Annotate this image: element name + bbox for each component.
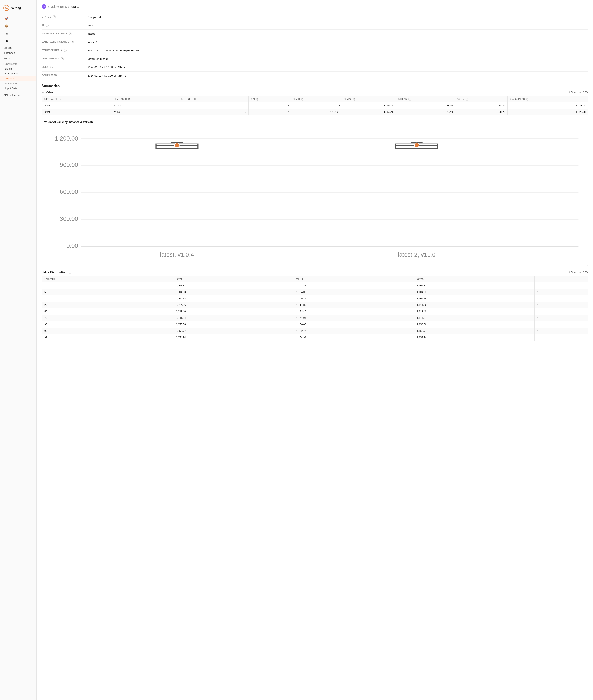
dist-cell-percentile: 5 (42, 289, 173, 295)
cell-mean: 1,128.40 (396, 109, 455, 115)
detail-row-end-criteria: END CRITERIA ? Maximum runs 2 (42, 55, 588, 63)
dist-cell-latest2: 1,128.40 (414, 308, 535, 315)
dist-col-last (535, 276, 588, 282)
sidebar-icon-rocket[interactable]: 🚀 (3, 15, 10, 22)
candidate-value: latest-2 (87, 38, 588, 46)
experiments-section-header: Experiments (0, 61, 36, 66)
dist-cell-latest2: 1,106.74 (414, 295, 535, 302)
id-value: test-1 (87, 21, 588, 30)
dist-cell-v104: 1,104.03 (294, 289, 414, 295)
dist-cell-latest2: 1,141.94 (414, 315, 535, 321)
summaries-title: Summaries (42, 84, 588, 88)
geo-mean-help-icon[interactable]: ? (526, 98, 529, 101)
status-help-icon[interactable]: ? (53, 15, 55, 19)
distribution-table-row: 75 1,141.94 1,141.94 1,141.94 1 (42, 315, 588, 321)
dist-cell-last: 1 (535, 302, 588, 308)
cell-max: 1,155.48 (342, 109, 396, 115)
sort-icon: ⇅ (510, 98, 511, 100)
sidebar-item-batch[interactable]: Batch (0, 66, 36, 71)
dist-cell-latest: 1,128.40 (173, 308, 293, 315)
cell-instance-id: latest-2 (42, 109, 112, 115)
sidebar-item-shadow[interactable]: Shadow (0, 76, 36, 81)
baseline-label: BASELINE INSTANCE ? (42, 30, 87, 38)
dist-col-v104: v1.0.4 (294, 276, 414, 282)
box-plot-title: Box Plot of Value by Instance & Version (42, 120, 588, 123)
sidebar-item-api-reference[interactable]: API Reference (0, 93, 36, 98)
dist-cell-percentile: 75 (42, 315, 173, 321)
sidebar-item-input-sets[interactable]: Input Sets (0, 86, 36, 91)
id-help-icon[interactable]: ? (46, 24, 49, 27)
value-toggle-arrow[interactable]: ▼ (42, 91, 44, 94)
max-help-icon[interactable]: ? (353, 98, 356, 101)
col-mean[interactable]: ⇅ MEAN ? (396, 96, 455, 103)
dist-cell-v104: 1,150.06 (294, 321, 414, 328)
value-title: ▼ Value (42, 91, 53, 94)
n-help-icon[interactable]: ? (256, 98, 259, 101)
cell-mean: 1,128.40 (396, 103, 455, 109)
std-help-icon[interactable]: ? (466, 98, 469, 101)
min-help-icon[interactable]: ? (301, 98, 304, 101)
cell-std: 38.29 (455, 109, 508, 115)
dist-cell-percentile: 90 (42, 321, 173, 328)
svg-text:0.00: 0.00 (67, 242, 78, 249)
col-version-id[interactable]: ⇅ VERSION ID (112, 96, 179, 103)
dist-cell-latest: 1,150.06 (173, 321, 293, 328)
dist-cell-percentile: 1 (42, 282, 173, 289)
sidebar-item-details[interactable]: Details (0, 45, 36, 50)
dist-cell-latest2: 1,104.03 (414, 289, 535, 295)
svg-point-15 (174, 143, 179, 148)
sort-icon: ⇅ (344, 98, 346, 100)
start-criteria-help-icon[interactable]: ? (64, 49, 67, 52)
dist-cell-last: 1 (535, 315, 588, 321)
download-dist-icon: ⬇ (568, 271, 570, 274)
cell-n: 2 (248, 103, 291, 109)
dist-cell-percentile: 95 (42, 328, 173, 334)
start-criteria-label: START CRITERIA ? (42, 46, 87, 55)
app-logo[interactable]: ◎ routing (0, 3, 36, 14)
detail-row-created: CREATED 2024-01-12 · 3:57:08 pm GMT-5 (42, 63, 588, 72)
sidebar-icon-grid[interactable]: ⊞ (3, 30, 10, 37)
distribution-table-row: 90 1,150.06 1,150.06 1,150.06 1 (42, 321, 588, 328)
col-geo-mean[interactable]: ⇅ GEO. MEAN ? (507, 96, 588, 103)
distribution-table-row: 5 1,104.03 1,104.03 1,104.03 1 (42, 289, 588, 295)
svg-text:300.00: 300.00 (60, 215, 78, 222)
sidebar-item-instances[interactable]: Instances (0, 50, 36, 56)
mean-help-icon[interactable]: ? (408, 98, 411, 101)
col-std[interactable]: ⇅ STD ? (455, 96, 508, 103)
cell-min: 1,101.32 (291, 103, 342, 109)
dist-col-latest2: latest-2 (414, 276, 535, 282)
box-plot-container: 1,200.00 900.00 600.00 300.00 0.00 (42, 126, 588, 266)
sidebar-icon-box[interactable]: 📦 (3, 23, 10, 29)
col-n[interactable]: ⇅ N ? (248, 96, 291, 103)
download-csv-value[interactable]: ⬇ Download CSV (568, 91, 588, 94)
id-label: ID ? (42, 21, 87, 30)
cell-version-id: v11.0 (112, 109, 179, 115)
end-criteria-help-icon[interactable]: ? (61, 57, 64, 60)
sidebar-icon-people[interactable]: ⚉ (3, 38, 10, 44)
breadcrumb-parent[interactable]: Shadow Tests (47, 5, 67, 8)
dist-cell-last: 1 (535, 295, 588, 302)
dist-cell-v104: 1,154.94 (294, 334, 414, 341)
col-max[interactable]: ⇅ MAX ? (342, 96, 396, 103)
app-title: routing (11, 6, 21, 10)
start-criteria-value: Start date 2024-01-12 · 4:00:00 pm GMT-5 (87, 46, 588, 55)
cell-n: 2 (248, 109, 291, 115)
end-criteria-label: END CRITERIA ? (42, 55, 87, 63)
detail-table: STATUS ? Completed ID ? test-1 BASELINE … (42, 13, 588, 80)
candidate-help-icon[interactable]: ? (71, 41, 74, 43)
created-label: CREATED (42, 63, 87, 72)
col-min[interactable]: ⇅ MIN ? (291, 96, 342, 103)
dist-cell-last: 1 (535, 282, 588, 289)
baseline-help-icon[interactable]: ? (69, 32, 72, 35)
col-instance-id[interactable]: ⇅ INSTANCE ID (42, 96, 112, 103)
col-total-runs[interactable]: ⇅ TOTAL RUNS (179, 96, 248, 103)
dist-col-percentile: Percentile (42, 276, 173, 282)
distribution-help-icon[interactable]: ? (69, 271, 72, 274)
svg-text:latest, v1.0.4: latest, v1.0.4 (160, 251, 194, 258)
sidebar-item-acceptance[interactable]: Acceptance (0, 71, 36, 76)
sidebar-item-switchback[interactable]: Switchback (0, 81, 36, 86)
sidebar-item-runs[interactable]: Runs (0, 56, 36, 61)
value-header: ▼ Value ⬇ Download CSV (42, 91, 588, 94)
download-csv-distribution[interactable]: ⬇ Download CSV (568, 271, 588, 274)
value-table-header-row: ⇅ INSTANCE ID ⇅ VERSION ID ⇅ TOTAL RUNS … (42, 96, 588, 103)
